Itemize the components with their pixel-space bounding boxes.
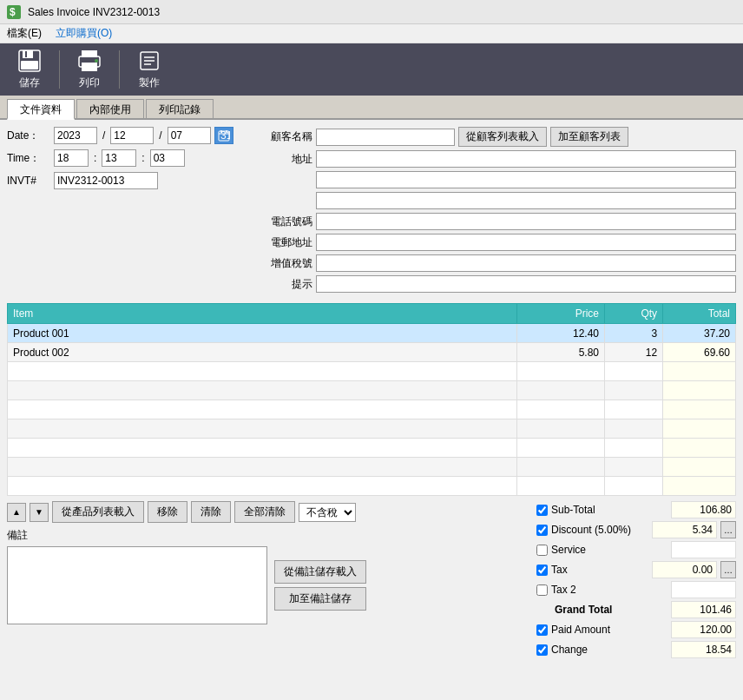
cell-qty[interactable]	[604, 458, 662, 477]
address-input-3[interactable]	[316, 192, 736, 209]
btn-load-from-remark[interactable]: 從備註儲存載入	[274, 560, 366, 584]
btn-remove[interactable]: 移除	[148, 501, 187, 523]
address-input-1[interactable]	[316, 150, 736, 168]
nav-up-button[interactable]: ▲	[7, 503, 26, 522]
tax2-checkbox[interactable]	[536, 584, 548, 596]
phone-input[interactable]	[316, 213, 736, 230]
save-button[interactable]: 儲存	[10, 45, 49, 94]
tax-dots-button[interactable]: …	[720, 561, 736, 578]
vat-input[interactable]	[316, 254, 736, 272]
remarks-label: 備註	[7, 528, 529, 543]
table-row[interactable]	[8, 419, 736, 439]
btn-save-to-remark[interactable]: 加至備註儲存	[274, 587, 366, 611]
cell-qty[interactable]: 12	[604, 343, 662, 362]
table-row[interactable]	[8, 439, 736, 458]
cell-qty[interactable]	[604, 362, 662, 381]
cell-total[interactable]: 37.20	[663, 324, 736, 343]
cell-total[interactable]: 69.60	[663, 343, 736, 362]
cell-item[interactable]	[8, 458, 517, 477]
btn-from-customer-list[interactable]: 從顧客列表載入	[458, 127, 547, 147]
menu-file[interactable]: 檔案(E)	[7, 26, 42, 41]
cell-price[interactable]	[517, 362, 605, 381]
customer-row: 顧客名稱 從顧客列表載入 加至顧客列表	[264, 127, 736, 147]
cell-total[interactable]	[663, 477, 736, 496]
table-row[interactable]	[8, 458, 736, 477]
print-button[interactable]: 列印	[70, 45, 108, 94]
cell-item[interactable]	[8, 362, 517, 381]
address-input-2[interactable]	[316, 171, 736, 188]
note-label: 提示	[264, 277, 312, 292]
title-bar: $ Sales Invoice INV2312-0013	[0, 0, 743, 24]
cell-price[interactable]: 12.40	[517, 324, 605, 343]
cell-price[interactable]: 5.80	[517, 343, 605, 362]
cell-total[interactable]	[663, 419, 736, 439]
cell-price[interactable]	[517, 400, 605, 419]
cell-total[interactable]	[663, 400, 736, 419]
time-minute-input[interactable]	[102, 149, 136, 167]
customer-label: 顧客名稱	[264, 129, 312, 144]
time-second-input[interactable]	[150, 149, 185, 167]
cell-item[interactable]: Product 002	[8, 343, 517, 362]
cell-qty[interactable]: 3	[604, 324, 662, 343]
make-button[interactable]: 製作	[130, 45, 168, 94]
change-checkbox[interactable]	[536, 644, 548, 656]
tax-checkbox[interactable]	[536, 565, 548, 576]
cell-item[interactable]	[8, 439, 517, 458]
cell-price[interactable]	[517, 419, 605, 439]
paid-amount-checkbox[interactable]	[536, 624, 548, 636]
tab-document[interactable]: 文件資料	[7, 99, 75, 120]
date-year-input[interactable]	[54, 127, 97, 144]
tax-label: Tax	[551, 564, 568, 576]
cell-qty[interactable]	[604, 381, 662, 400]
cell-total[interactable]	[663, 362, 736, 381]
cell-item[interactable]	[8, 381, 517, 400]
cell-item[interactable]	[8, 400, 517, 419]
table-row[interactable]: Product 0025.801269.60	[8, 343, 736, 362]
cell-price[interactable]	[517, 477, 605, 496]
date-month-input[interactable]	[110, 127, 154, 144]
cell-item[interactable]: Product 001	[8, 324, 517, 343]
remarks-buttons: 從備註儲存載入 加至備註儲存	[274, 546, 366, 624]
tax-select[interactable]: 不含稅	[299, 503, 356, 522]
cell-price[interactable]	[517, 381, 605, 400]
discount-checkbox[interactable]	[536, 525, 548, 536]
btn-from-product-list[interactable]: 從產品列表載入	[52, 501, 144, 523]
cell-item[interactable]	[8, 477, 517, 496]
cell-total[interactable]	[663, 458, 736, 477]
table-row[interactable]	[8, 381, 736, 400]
cell-qty[interactable]	[604, 439, 662, 458]
time-hour-input[interactable]	[54, 149, 89, 167]
remarks-textarea[interactable]	[7, 546, 267, 624]
table-row[interactable]: Product 00112.40337.20	[8, 324, 736, 343]
cell-total[interactable]	[663, 381, 736, 400]
btn-clear[interactable]: 清除	[191, 501, 231, 523]
cell-qty[interactable]	[604, 477, 662, 496]
nav-down-button[interactable]: ▼	[30, 503, 49, 522]
menu-bar: 檔案(E) 立即購買(O)	[0, 24, 743, 43]
phone-label: 電話號碼	[264, 215, 312, 229]
date-day-input[interactable]	[168, 127, 211, 144]
table-row[interactable]	[8, 477, 736, 496]
cell-price[interactable]	[517, 439, 605, 458]
note-input[interactable]	[316, 275, 736, 293]
cell-qty[interactable]	[604, 400, 662, 419]
subtotal-checkbox[interactable]	[536, 505, 548, 516]
cell-qty[interactable]	[604, 419, 662, 439]
tab-print-log[interactable]: 列印記錄	[146, 99, 214, 118]
cell-total[interactable]	[663, 439, 736, 458]
cell-item[interactable]	[8, 419, 517, 439]
invt-input[interactable]	[54, 172, 158, 189]
calendar-button[interactable]: 31	[214, 127, 233, 144]
discount-dots-button[interactable]: …	[720, 521, 736, 538]
service-checkbox[interactable]	[536, 545, 548, 556]
email-input[interactable]	[316, 234, 736, 251]
cell-price[interactable]	[517, 458, 605, 477]
btn-add-to-customer-list[interactable]: 加至顧客列表	[550, 127, 628, 147]
menu-buy-now[interactable]: 立即購買(O)	[56, 26, 112, 41]
tab-internal[interactable]: 內部使用	[76, 99, 144, 118]
customer-input[interactable]	[316, 129, 455, 146]
bottom-area: ▲ ▼ 從產品列表載入 移除 清除 全部清除 不含稅 備註 從備註儲存載入 加至…	[7, 501, 736, 661]
btn-clear-all[interactable]: 全部清除	[234, 501, 295, 523]
table-row[interactable]	[8, 362, 736, 381]
table-row[interactable]	[8, 400, 736, 419]
